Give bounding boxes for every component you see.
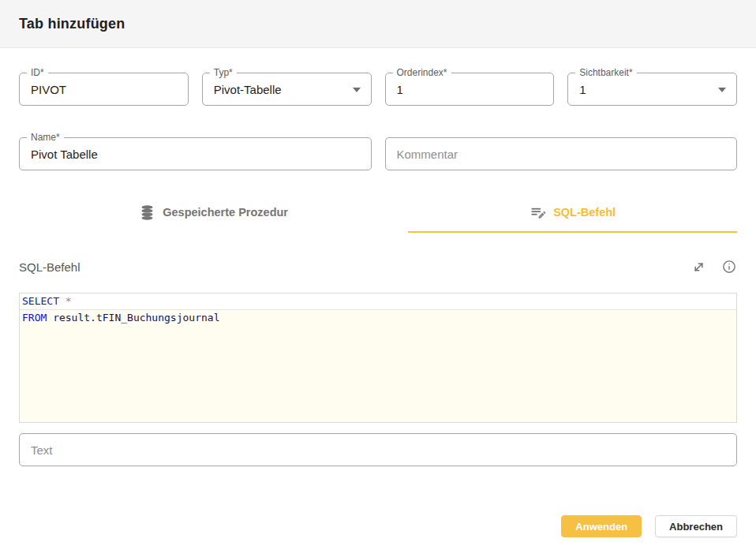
form-row-1: ID* Typ* Pivot-Tabelle Orderindex* Sicht… (19, 73, 737, 106)
sql-section-label: SQL-Befehl (19, 260, 80, 274)
chevron-down-icon (353, 88, 361, 92)
code-line: SELECT * (20, 294, 736, 310)
add-tab-dialog: Tab hinzufügen ID* Typ* Pivot-Tabelle Or… (0, 0, 756, 546)
name-field[interactable]: Name* (19, 137, 372, 170)
source-tabbar: Gespeicherte Prozedur SQL-Befehl (19, 193, 737, 233)
code-line: FROM result.tFIN_Buchungsjournal (20, 310, 736, 326)
tab-label: SQL-Befehl (553, 206, 616, 219)
orderindex-field[interactable]: Orderindex* (385, 73, 555, 106)
id-input[interactable] (20, 73, 188, 105)
orderindex-input[interactable] (386, 73, 554, 105)
id-field-label: ID* (27, 67, 48, 78)
dialog-title: Tab hinzufügen (19, 16, 125, 32)
tab-label: Gespeicherte Prozedur (163, 206, 288, 219)
sql-section-header: SQL-Befehl (19, 259, 737, 275)
typ-select[interactable]: Typ* Pivot-Tabelle (202, 73, 372, 106)
sichtbarkeit-select-label: Sichtbarkeit* (575, 67, 636, 78)
orderindex-field-label: Orderindex* (393, 67, 451, 78)
dialog-footer: Anwenden Abbrechen (0, 515, 756, 546)
typ-select-value: Pivot-Tabelle (203, 83, 282, 96)
tab-gespeicherte-prozedur[interactable]: Gespeicherte Prozedur (19, 193, 408, 233)
apply-button[interactable]: Anwenden (561, 515, 642, 537)
sichtbarkeit-select[interactable]: Sichtbarkeit* 1 (567, 73, 737, 106)
typ-select-label: Typ* (210, 67, 237, 78)
sql-code-editor[interactable]: SELECT *FROM result.tFIN_Buchungsjournal (19, 293, 737, 423)
chevron-down-icon (718, 88, 726, 92)
kommentar-input[interactable] (386, 138, 737, 170)
database-icon (139, 204, 155, 221)
dialog-body: ID* Typ* Pivot-Tabelle Orderindex* Sicht… (0, 48, 756, 515)
form-row-text (19, 433, 737, 466)
text-field[interactable] (19, 433, 737, 466)
name-field-label: Name* (27, 132, 64, 143)
kommentar-field[interactable] (385, 137, 738, 170)
edit-note-icon (530, 204, 546, 221)
name-input[interactable] (20, 138, 371, 170)
cancel-button[interactable]: Abbrechen (655, 515, 737, 537)
tab-sql-befehl[interactable]: SQL-Befehl (408, 193, 737, 233)
id-field[interactable]: ID* (19, 73, 189, 106)
expand-icon[interactable] (691, 259, 706, 275)
text-input[interactable] (20, 434, 736, 466)
dialog-header: Tab hinzufügen (0, 0, 756, 48)
form-row-2: Name* (19, 137, 737, 170)
sichtbarkeit-select-value: 1 (568, 83, 586, 96)
info-icon[interactable] (721, 259, 737, 275)
